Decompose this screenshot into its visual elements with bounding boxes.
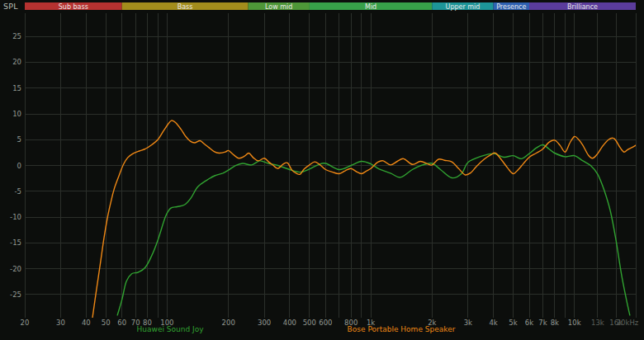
x-tick-label-7k: 7k	[538, 319, 547, 327]
band-label-bass: Bass	[178, 3, 193, 11]
x-tick-label-20: 20	[21, 319, 30, 327]
x-tick-label-50: 50	[102, 319, 111, 327]
y-tick-label-5: 5	[17, 135, 21, 144]
spl-frequency-response-panel: SPL 2520151050-5-10-15-20-25203040506070…	[0, 0, 644, 340]
x-tick-label-60: 60	[117, 319, 126, 327]
y-tick-label-10: 10	[12, 110, 21, 118]
y-tick-label--10: -10	[10, 213, 21, 221]
legend-series-huawei-sound-joy: Huawei Sound Joy	[137, 325, 204, 333]
y-tick-label--20: -20	[10, 265, 21, 273]
y-tick-label--15: -15	[10, 238, 21, 247]
band-label-presence: Presence	[496, 3, 526, 11]
x-tick-label-40: 40	[82, 319, 91, 327]
x-tick-label-600: 600	[319, 319, 332, 327]
x-tick-label-400: 400	[283, 319, 296, 327]
x-tick-label-300: 300	[258, 319, 271, 327]
legend-series-bose-portable-home-speaker: Bose Portable Home Speaker	[348, 325, 456, 333]
x-tick-label-10k: 10k	[568, 319, 581, 327]
band-label-upper-mid: Upper mid	[446, 3, 481, 11]
x-tick-label-5k: 5k	[509, 319, 517, 327]
x-tick-label-6k: 6k	[525, 319, 533, 327]
band-label-mid: Mid	[365, 3, 376, 11]
band-label-low-mid: Low mid	[265, 3, 292, 11]
x-tick-label-500: 500	[303, 319, 316, 327]
y-tick-label--5: -5	[15, 187, 21, 196]
band-label-sub-bass: Sub bass	[59, 3, 88, 11]
x-tick-label-200: 200	[222, 319, 235, 327]
y-tick-label--25: -25	[10, 290, 21, 299]
y-tick-label-25: 25	[12, 32, 21, 40]
x-tick-label-3k: 3k	[464, 319, 472, 327]
x-tick-label-30: 30	[56, 319, 65, 327]
x-tick-label-20kHz: 20kHz	[617, 319, 639, 327]
series-path-huawei-sound-joy	[117, 144, 630, 314]
x-tick-label-13k: 13k	[591, 319, 604, 327]
x-tick-label-4k: 4k	[489, 319, 497, 327]
spl-axis-title: SPL	[3, 2, 18, 11]
band-label-brilliance: Brilliance	[567, 3, 598, 11]
y-tick-label-20: 20	[12, 58, 21, 66]
x-tick-label-8k: 8k	[551, 319, 559, 327]
y-tick-label-0: 0	[17, 162, 21, 170]
y-tick-label-15: 15	[12, 84, 21, 92]
frequency-response-chart: 2520151050-5-10-15-20-252030405060708010…	[0, 0, 644, 340]
